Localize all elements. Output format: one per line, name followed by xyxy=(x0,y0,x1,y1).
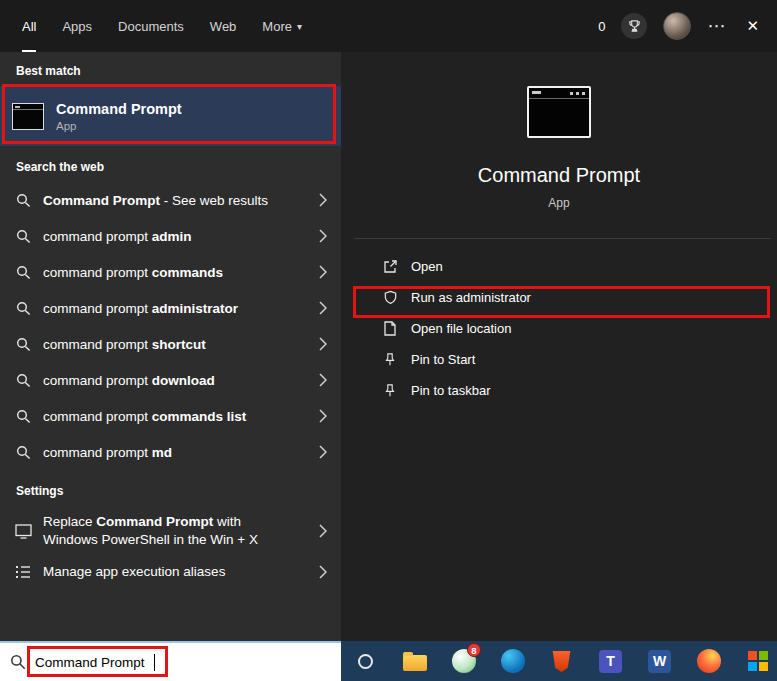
search-icon xyxy=(14,301,32,316)
action-pin-to-start-label: Pin to Start xyxy=(411,352,475,367)
search-icon xyxy=(14,409,32,424)
app-hero: Command Prompt App xyxy=(341,52,777,210)
preview-app-title: Command Prompt xyxy=(341,164,777,187)
shield-icon xyxy=(381,290,399,305)
tab-web-label: Web xyxy=(210,19,237,34)
suggestion-command-prompt-commands-list[interactable]: command prompt commands list xyxy=(0,398,341,434)
search-icon xyxy=(14,193,32,208)
tab-documents[interactable]: Documents xyxy=(118,0,184,52)
search-icon xyxy=(14,337,32,352)
text-cursor xyxy=(154,654,155,671)
taskbar-search-input[interactable]: Command Prompt xyxy=(0,641,341,681)
teams-icon[interactable]: T xyxy=(586,641,635,681)
search-query-text: Command Prompt xyxy=(35,655,145,670)
settings-header: Settings xyxy=(0,470,341,506)
search-the-web-header: Search the web xyxy=(0,146,341,182)
edge-icon[interactable] xyxy=(488,641,537,681)
suggestion-command-prompt-administrator[interactable]: command prompt administrator xyxy=(0,290,341,326)
action-pin-to-taskbar[interactable]: Pin to taskbar xyxy=(341,375,777,406)
suggestion-command-prompt-shortcut[interactable]: command prompt shortcut xyxy=(0,326,341,362)
suggestion-command-prompt-md[interactable]: command prompt md xyxy=(0,434,341,470)
firefox-icon[interactable] xyxy=(684,641,733,681)
file-location-icon xyxy=(381,321,399,336)
search-topbar: All Apps Documents Web More ▾ 0 ⋯ xyxy=(0,0,777,52)
options-ellipsis-icon[interactable]: ⋯ xyxy=(707,15,726,37)
action-pin-to-taskbar-label: Pin to taskbar xyxy=(411,383,491,398)
chevron-right-icon[interactable] xyxy=(319,337,327,351)
chevron-down-icon: ▾ xyxy=(297,21,302,32)
pin-icon xyxy=(381,352,399,367)
best-match-item[interactable]: Command Prompt App xyxy=(0,86,341,146)
result-preview-pane: Command Prompt App Open Run as administr… xyxy=(341,52,777,641)
preview-app-subtitle: App xyxy=(341,196,777,210)
chevron-right-icon[interactable] xyxy=(319,265,327,279)
context-actions: Open Run as administrator Open file loca… xyxy=(341,239,777,406)
best-match-text: Command Prompt App xyxy=(56,101,182,132)
action-pin-to-start[interactable]: Pin to Start xyxy=(341,344,777,375)
action-run-as-administrator[interactable]: Run as administrator xyxy=(341,282,777,313)
chevron-right-icon[interactable] xyxy=(319,409,327,423)
tab-all[interactable]: All xyxy=(22,0,36,52)
suggestion-command-prompt-admin[interactable]: command prompt admin xyxy=(0,218,341,254)
tab-more-label: More xyxy=(262,19,292,34)
tab-apps[interactable]: Apps xyxy=(62,0,92,52)
chevron-right-icon[interactable] xyxy=(319,524,327,538)
tab-more[interactable]: More ▾ xyxy=(262,0,302,52)
action-open[interactable]: Open xyxy=(341,251,777,282)
tab-documents-label: Documents xyxy=(118,19,184,34)
word-icon[interactable]: W xyxy=(635,641,684,681)
rewards-count: 0 xyxy=(598,19,605,34)
search-icon xyxy=(14,229,32,244)
search-icon xyxy=(14,373,32,388)
action-open-file-location[interactable]: Open file location xyxy=(341,313,777,344)
tab-all-label: All xyxy=(22,19,36,34)
close-icon[interactable]: ✕ xyxy=(742,13,763,39)
setting-replace-command-prompt-powershell[interactable]: Replace Command Prompt with Windows Powe… xyxy=(0,506,341,556)
search-icon xyxy=(14,445,32,460)
open-launch-icon xyxy=(381,259,399,274)
search-icon xyxy=(14,265,32,280)
best-match-header: Best match xyxy=(0,52,341,86)
cortana-icon[interactable] xyxy=(341,641,390,681)
chevron-right-icon[interactable] xyxy=(319,229,327,243)
rewards-trophy-icon[interactable] xyxy=(621,13,647,39)
chevron-right-icon[interactable] xyxy=(319,193,327,207)
search-icon xyxy=(10,654,26,670)
topbar-right-controls: 0 ⋯ ✕ xyxy=(598,0,763,52)
results-list-pane: Best match Command Prompt App Search the… xyxy=(0,52,341,641)
best-match-title: Command Prompt xyxy=(56,101,182,117)
suggestion-command-prompt-commands[interactable]: command prompt commands xyxy=(0,254,341,290)
cmd-titlebar-buttons xyxy=(582,92,585,95)
search-filter-tabs: All Apps Documents Web More ▾ xyxy=(22,0,302,52)
user-avatar[interactable] xyxy=(663,12,691,40)
action-open-file-location-label: Open file location xyxy=(411,321,511,336)
pin-icon xyxy=(381,383,399,398)
tab-web[interactable]: Web xyxy=(210,0,237,52)
windows-start-search: All Apps Documents Web More ▾ 0 ⋯ xyxy=(0,0,777,681)
tab-apps-label: Apps xyxy=(62,19,92,34)
search-results-body: Best match Command Prompt App Search the… xyxy=(0,52,777,641)
list-icon xyxy=(14,565,32,579)
setting-manage-app-execution-aliases[interactable]: Manage app execution aliases xyxy=(0,556,341,588)
cmd-titlebar-dash xyxy=(532,91,541,94)
notification-badge: 8 xyxy=(467,643,481,657)
taskbar-app-icons: 8 T W xyxy=(341,641,777,681)
action-run-admin-label: Run as administrator xyxy=(411,290,531,305)
suggestion-command-prompt-download[interactable]: command prompt download xyxy=(0,362,341,398)
action-open-label: Open xyxy=(411,259,443,274)
windows-taskbar: Command Prompt 8 T W xyxy=(0,641,777,681)
chevron-right-icon[interactable] xyxy=(319,445,327,459)
chevron-right-icon[interactable] xyxy=(319,301,327,315)
office-icon[interactable] xyxy=(733,641,777,681)
file-explorer-icon[interactable] xyxy=(390,641,439,681)
suggestion-see-web-results[interactable]: Command Prompt - See web results xyxy=(0,182,341,218)
command-prompt-icon-large xyxy=(527,86,591,138)
terminal-window-icon xyxy=(14,524,32,539)
brave-icon[interactable] xyxy=(537,641,586,681)
chevron-right-icon[interactable] xyxy=(319,565,327,579)
app-with-badge-icon[interactable]: 8 xyxy=(439,641,488,681)
best-match-subtitle: App xyxy=(56,120,182,132)
chevron-right-icon[interactable] xyxy=(319,373,327,387)
command-prompt-icon xyxy=(12,103,44,130)
